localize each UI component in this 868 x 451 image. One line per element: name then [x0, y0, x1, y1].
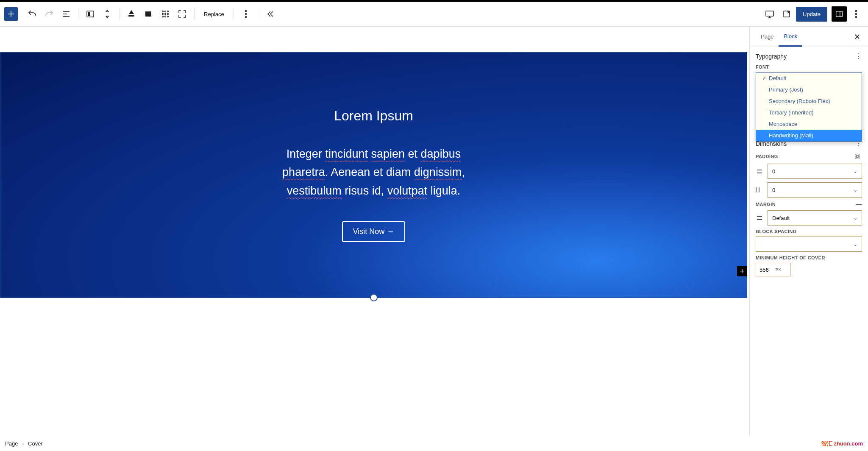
breadcrumb: Page › Cover 智汇 zhuon.com: [0, 436, 868, 451]
svg-rect-1: [88, 12, 90, 16]
chevron-down-icon: ⌄: [853, 241, 857, 247]
svg-rect-3: [145, 11, 151, 17]
chevron-down-icon: ⌄: [853, 168, 857, 174]
min-height-label: MINIMUM HEIGHT OF COVER: [756, 255, 862, 260]
svg-point-13: [245, 11, 246, 12]
svg-point-14: [245, 14, 246, 15]
svg-point-12: [167, 16, 169, 17]
padding-vertical-select[interactable]: 0⌄: [768, 164, 862, 179]
svg-rect-18: [836, 11, 843, 17]
content-position-button[interactable]: [124, 6, 139, 22]
view-page-button[interactable]: [779, 6, 794, 22]
unlink-sides-button[interactable]: [853, 152, 862, 161]
font-option[interactable]: Secondary (Roboto Flex): [756, 95, 862, 107]
vertical-margin-icon: [756, 216, 763, 220]
margin-select[interactable]: Default⌄: [768, 210, 862, 226]
vertical-padding-icon: [756, 170, 763, 173]
svg-point-20: [856, 14, 857, 15]
cover-cta-button[interactable]: Visit Now →: [342, 221, 406, 242]
toolbar: Replace Update: [0, 2, 868, 27]
replace-button[interactable]: Replace: [199, 8, 229, 21]
redo-button[interactable]: [42, 6, 57, 22]
chevron-down-icon: ⌄: [853, 215, 857, 221]
sidebar-close-button[interactable]: ✕: [852, 32, 862, 42]
min-height-unit[interactable]: PX: [776, 267, 781, 272]
fullscreen-button[interactable]: [175, 6, 190, 22]
chevron-right-icon: ›: [22, 441, 24, 446]
svg-point-7: [162, 14, 164, 15]
link-sides-button[interactable]: —: [856, 201, 862, 208]
svg-rect-2: [128, 15, 134, 17]
move-arrows-button[interactable]: [100, 6, 115, 22]
document-overview-button[interactable]: [58, 6, 74, 22]
svg-point-6: [167, 11, 169, 12]
breadcrumb-cover[interactable]: Cover: [28, 440, 43, 447]
options-menu-button[interactable]: [849, 6, 864, 22]
settings-sidebar: Page Block ✕ Typography ⋮ FONT ✓DefaultP…: [749, 27, 868, 436]
watermark: 智汇 zhuon.com: [821, 440, 863, 448]
breadcrumb-page[interactable]: Page: [5, 440, 18, 447]
svg-point-10: [162, 16, 164, 17]
font-option[interactable]: ✓Default: [756, 72, 862, 84]
svg-point-5: [165, 11, 166, 12]
more-options-button[interactable]: [238, 6, 253, 22]
svg-point-15: [245, 17, 246, 18]
block-spacing-label: BLOCK SPACING: [756, 229, 862, 234]
cover-title[interactable]: Lorem Ipsum: [334, 108, 413, 124]
undo-button[interactable]: [25, 6, 40, 22]
font-dropdown[interactable]: ✓DefaultPrimary (Jost)Secondary (Roboto …: [756, 72, 862, 142]
grid-button[interactable]: [158, 6, 173, 22]
padding-label: PADDING: [756, 154, 778, 159]
svg-rect-16: [766, 11, 773, 16]
add-block-button[interactable]: [4, 7, 18, 21]
svg-point-11: [165, 16, 166, 17]
svg-point-4: [162, 11, 164, 12]
svg-rect-23: [857, 156, 859, 158]
padding-horizontal-select[interactable]: 0⌄: [768, 182, 862, 198]
font-option[interactable]: Handwriting (Mali): [756, 130, 862, 141]
settings-sidebar-toggle[interactable]: [832, 6, 847, 22]
min-height-input[interactable]: PX: [756, 263, 790, 276]
editor-canvas[interactable]: Lorem Ipsum Integer tincidunt sapien et …: [0, 27, 749, 436]
block-spacing-select[interactable]: ⌄: [756, 237, 862, 252]
font-option[interactable]: Monospace: [756, 118, 862, 130]
typography-panel-title: Typography: [756, 53, 787, 60]
svg-point-9: [167, 14, 169, 15]
min-height-value[interactable]: [760, 267, 773, 273]
align-button[interactable]: [141, 6, 156, 22]
typography-options-button[interactable]: ⋮: [855, 52, 862, 60]
update-button[interactable]: Update: [796, 7, 827, 22]
svg-point-8: [165, 14, 166, 15]
chevron-down-icon: ⌄: [853, 187, 857, 193]
tab-block[interactable]: Block: [779, 27, 802, 47]
svg-point-21: [856, 17, 857, 18]
collapse-toolbar-button[interactable]: [262, 6, 278, 22]
cover-block-icon[interactable]: [83, 6, 98, 22]
svg-rect-22: [855, 154, 860, 159]
cover-resize-handle[interactable]: [370, 294, 378, 301]
margin-label: MARGIN: [756, 202, 776, 207]
tab-page[interactable]: Page: [756, 28, 779, 46]
horizontal-padding-icon: [756, 187, 763, 192]
cover-paragraph[interactable]: Integer tincidunt sapien et dapibus phar…: [282, 145, 465, 200]
font-option[interactable]: Tertiary (Inherited): [756, 107, 862, 118]
append-block-button[interactable]: +: [737, 266, 747, 276]
view-desktop-button[interactable]: [762, 6, 777, 22]
font-option[interactable]: Primary (Jost): [756, 84, 862, 95]
svg-point-19: [856, 11, 857, 12]
cover-block[interactable]: Lorem Ipsum Integer tincidunt sapien et …: [0, 52, 747, 298]
font-label: FONT: [756, 64, 862, 70]
